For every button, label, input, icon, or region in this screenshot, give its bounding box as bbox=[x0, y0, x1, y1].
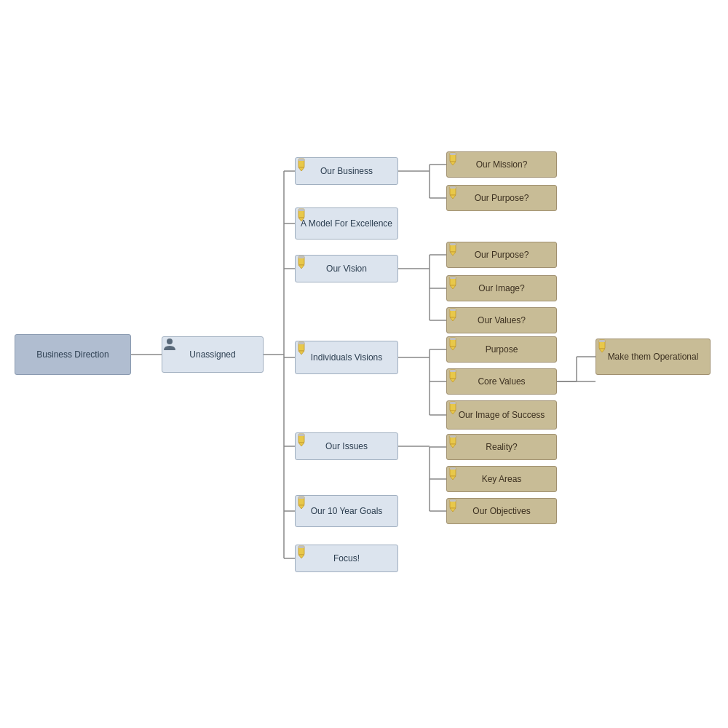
core-values-label: Core Values bbox=[478, 376, 525, 387]
our-vision-label: Our Vision bbox=[326, 264, 367, 274]
svg-rect-75 bbox=[450, 370, 456, 372]
svg-rect-55 bbox=[450, 153, 456, 162]
pencil-icon bbox=[447, 276, 460, 289]
svg-marker-53 bbox=[298, 555, 304, 558]
svg-rect-73 bbox=[450, 370, 456, 379]
pencil-icon bbox=[447, 152, 460, 165]
our-mission-label: Our Mission? bbox=[476, 159, 528, 170]
svg-marker-50 bbox=[298, 505, 304, 509]
svg-rect-81 bbox=[450, 435, 456, 438]
svg-point-33 bbox=[167, 339, 173, 344]
our-image-success-node: Our Image of Success bbox=[446, 400, 557, 430]
svg-marker-83 bbox=[450, 476, 456, 480]
svg-rect-51 bbox=[298, 496, 304, 499]
pencil-icon bbox=[296, 158, 309, 171]
our-mission-node: Our Mission? bbox=[446, 151, 557, 178]
svg-rect-45 bbox=[298, 342, 304, 344]
svg-marker-89 bbox=[599, 349, 605, 352]
our-10-year-node: Our 10 Year Goals bbox=[295, 495, 398, 527]
our-10-year-label: Our 10 Year Goals bbox=[311, 506, 383, 516]
svg-rect-54 bbox=[298, 546, 304, 548]
pencil-icon bbox=[447, 242, 460, 256]
key-areas-label: Key Areas bbox=[482, 474, 522, 484]
svg-rect-63 bbox=[450, 243, 456, 245]
pencil-icon bbox=[447, 337, 460, 350]
pencil-icon bbox=[596, 339, 609, 352]
pencil-icon bbox=[447, 369, 460, 382]
svg-marker-47 bbox=[298, 443, 304, 446]
pencil-icon bbox=[296, 433, 309, 446]
unassigned-node: Unassigned bbox=[162, 336, 264, 373]
our-objectives-node: Our Objectives bbox=[446, 498, 557, 524]
svg-rect-85 bbox=[450, 499, 456, 508]
make-them-operational-label: Make them Operational bbox=[608, 352, 699, 362]
pencil-icon bbox=[447, 435, 460, 448]
our-purpose-1-label: Our Purpose? bbox=[475, 193, 529, 203]
svg-rect-82 bbox=[450, 467, 456, 476]
person-icon bbox=[162, 337, 177, 352]
svg-marker-44 bbox=[298, 351, 304, 355]
business-direction-label: Business Direction bbox=[36, 349, 108, 360]
our-values-node: Our Values? bbox=[446, 307, 557, 333]
svg-rect-69 bbox=[450, 309, 456, 311]
svg-rect-90 bbox=[599, 340, 605, 342]
pencil-icon bbox=[447, 467, 460, 480]
purpose-label: Purpose bbox=[486, 344, 518, 355]
our-business-label: Our Business bbox=[320, 166, 373, 176]
pencil-icon bbox=[296, 545, 309, 558]
svg-rect-58 bbox=[450, 186, 456, 195]
key-areas-node: Key Areas bbox=[446, 466, 557, 492]
svg-rect-43 bbox=[298, 342, 304, 351]
our-objectives-label: Our Objectives bbox=[472, 506, 530, 516]
svg-marker-59 bbox=[450, 195, 456, 199]
svg-rect-84 bbox=[450, 467, 456, 470]
focus-node: Focus! bbox=[295, 545, 398, 572]
our-purpose-2-node: Our Purpose? bbox=[446, 242, 557, 268]
svg-marker-71 bbox=[450, 347, 456, 350]
svg-marker-74 bbox=[450, 379, 456, 382]
svg-rect-49 bbox=[298, 496, 304, 505]
svg-rect-40 bbox=[298, 256, 304, 265]
svg-rect-67 bbox=[450, 309, 456, 317]
svg-marker-62 bbox=[450, 252, 456, 256]
our-image-success-label: Our Image of Success bbox=[459, 410, 545, 420]
individuals-visions-node: Individuals Visions bbox=[295, 341, 398, 374]
focus-label: Focus! bbox=[333, 553, 360, 563]
svg-rect-70 bbox=[450, 338, 456, 347]
svg-rect-60 bbox=[450, 186, 456, 189]
svg-marker-77 bbox=[450, 411, 456, 414]
pencil-icon bbox=[296, 256, 309, 269]
svg-marker-86 bbox=[450, 508, 456, 512]
a-model-label: A Model For Excellence bbox=[301, 218, 392, 229]
svg-rect-79 bbox=[450, 435, 456, 444]
svg-marker-35 bbox=[298, 167, 304, 171]
our-purpose-1-node: Our Purpose? bbox=[446, 185, 557, 211]
pencil-icon bbox=[296, 341, 309, 355]
our-issues-label: Our Issues bbox=[325, 441, 368, 451]
svg-rect-52 bbox=[298, 546, 304, 555]
reality-label: Reality? bbox=[486, 442, 517, 452]
svg-rect-34 bbox=[298, 159, 304, 167]
individuals-visions-label: Individuals Visions bbox=[311, 352, 383, 363]
svg-rect-78 bbox=[450, 402, 456, 404]
reality-node: Reality? bbox=[446, 434, 557, 460]
svg-rect-66 bbox=[450, 277, 456, 279]
unassigned-label: Unassigned bbox=[189, 349, 235, 360]
make-them-operational-node: Make them Operational bbox=[596, 339, 711, 375]
svg-marker-41 bbox=[298, 265, 304, 269]
a-model-node: A Model For Excellence bbox=[295, 207, 398, 240]
svg-rect-76 bbox=[450, 402, 456, 411]
pencil-icon bbox=[447, 186, 460, 199]
svg-rect-36 bbox=[298, 159, 304, 161]
svg-rect-42 bbox=[298, 256, 304, 258]
svg-rect-88 bbox=[599, 340, 605, 349]
svg-rect-48 bbox=[298, 434, 304, 436]
svg-rect-61 bbox=[450, 243, 456, 252]
purpose-node: Purpose bbox=[446, 336, 557, 363]
our-image-node: Our Image? bbox=[446, 275, 557, 301]
our-values-label: Our Values? bbox=[478, 315, 526, 325]
svg-marker-68 bbox=[450, 317, 456, 321]
svg-rect-57 bbox=[450, 153, 456, 155]
svg-rect-64 bbox=[450, 277, 456, 285]
svg-rect-46 bbox=[298, 434, 304, 443]
